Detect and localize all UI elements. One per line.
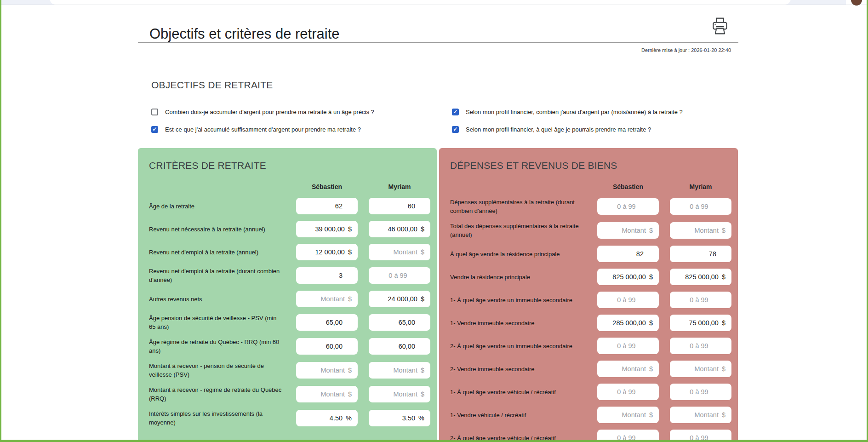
value-input[interactable]: 825 000,00$	[670, 269, 731, 285]
value-input[interactable]: Montant$	[296, 291, 358, 307]
table-row: 2- À quel âge vendre un immeuble seconda…	[450, 338, 731, 354]
table-row: À quel âge vendre la résidence principal…	[450, 246, 731, 262]
value-input[interactable]: Montant$	[670, 407, 731, 423]
row-label: 2- Vendre immeuble secondaire	[450, 365, 586, 373]
table-row: Âge de la retraite 62 60	[149, 198, 430, 214]
panel-depenses: DÉPENSES ET REVENUS DE BIENS Sébastien M…	[439, 148, 738, 442]
column-header: Sébastien	[597, 183, 659, 190]
table-row: 1- Vendre véhicule / récréatif Montant$ …	[450, 407, 731, 423]
value-input[interactable]: Montant$	[369, 244, 430, 260]
value-input[interactable]: 24 000,00$	[369, 291, 430, 307]
row-label: Revenu net d'emploi à la retraite (duran…	[149, 267, 285, 284]
objectives-heading: OBJECTIFS DE RETRAITE	[151, 79, 437, 91]
page-border-left	[0, 0, 1, 442]
value-input[interactable]: 60,00	[369, 338, 430, 355]
objective-row: Combien dois-je accumuler d'argent pour …	[151, 107, 437, 117]
header-divider	[138, 42, 738, 43]
table-row: Revenu net d'emploi à la retraite (duran…	[149, 267, 430, 284]
value-input[interactable]: 0 à 99	[670, 338, 731, 354]
value-input[interactable]: 0 à 99	[369, 267, 430, 284]
column-header: Sébastien	[296, 183, 358, 190]
row-label: Vendre la résidence principale	[450, 273, 586, 281]
value-input[interactable]: 0 à 99	[597, 384, 659, 400]
row-label: Âge pension de sécurité de veillesse - P…	[149, 314, 285, 331]
print-button[interactable]	[711, 16, 729, 38]
objective-checkbox[interactable]	[151, 126, 158, 133]
objective-label: Selon mon profil financier, combien j'au…	[466, 109, 683, 115]
value-input[interactable]: Montant$	[597, 361, 659, 377]
column-header: Myriam	[670, 183, 731, 190]
browser-chrome-bar	[0, 0, 868, 5]
table-row: Intérêts simples sur les investissements…	[149, 409, 430, 427]
objective-label: Combien dois-je accumuler d'argent pour …	[165, 109, 374, 115]
table-row: Revenu net nécessaire à la retraite (ann…	[149, 221, 430, 237]
panels-section: CRITÈRES DE RETRAITE Sébastien Myriam Âg…	[138, 148, 738, 442]
value-input[interactable]: 825 000,00$	[597, 269, 659, 285]
row-label: 1- Vendre immeuble secondaire	[450, 319, 586, 327]
table-row: Âge régime de retraite du Québec - RRQ (…	[149, 338, 430, 355]
table-row: 1- Vendre immeuble secondaire 285 000,00…	[450, 315, 731, 331]
value-input[interactable]: 3	[296, 267, 358, 284]
objective-checkbox[interactable]	[151, 109, 158, 115]
objective-row: Selon mon profil financier, combien j'au…	[452, 107, 738, 117]
objectives-column-left: OBJECTIFS DE RETRAITE Combien dois-je ac…	[138, 79, 437, 150]
row-label: Revenu net nécessaire à la retraite (ann…	[149, 225, 285, 234]
value-input[interactable]: 0 à 99	[670, 384, 731, 400]
objective-label: Selon mon profil financier, à quel âge j…	[466, 126, 651, 133]
table-row: 1- À quel âge vendre un immeuble seconda…	[450, 292, 731, 308]
value-input[interactable]: 65,00	[369, 314, 430, 331]
row-label: Montant à recevoir - pension de sécurité…	[149, 362, 285, 379]
value-input[interactable]: 12 000,00$	[296, 244, 358, 260]
value-input[interactable]: Montant$	[597, 407, 659, 423]
objective-checkbox[interactable]	[452, 126, 459, 133]
value-input[interactable]: 4.50%	[296, 410, 358, 426]
objective-checkbox[interactable]	[452, 109, 459, 115]
value-input[interactable]: 0 à 99	[597, 338, 659, 354]
objectives-column-right: Selon mon profil financier, combien j'au…	[437, 79, 738, 150]
row-label: Montant à recevoir - régime de retraite …	[149, 385, 285, 403]
value-input[interactable]: 285 000,00$	[597, 315, 659, 331]
table-row: Total des dépenses supplémentaires à la …	[450, 222, 731, 239]
column-headers: Sébastien Myriam	[450, 183, 731, 190]
objectives-section: OBJECTIFS DE RETRAITE Combien dois-je ac…	[138, 79, 738, 150]
value-input[interactable]: 46 000,00$	[369, 221, 430, 237]
value-input[interactable]: Montant$	[296, 386, 358, 402]
value-input[interactable]: Montant$	[670, 222, 731, 239]
row-label: Intérêts simples sur les investissements…	[149, 409, 285, 427]
row-label: Revenu net d'emploi à la retraite (annue…	[149, 248, 285, 257]
value-input[interactable]: 0 à 99	[670, 198, 731, 215]
value-input[interactable]: 60	[369, 198, 430, 214]
table-row: Autres revenus nets Montant$ 24 000,00$	[149, 291, 430, 307]
row-label: Autres revenus nets	[149, 295, 285, 304]
value-input[interactable]: 60,00	[296, 338, 358, 355]
last-updated-text: Dernière mise à jour : 2026-01-20 22:40	[641, 47, 731, 53]
value-input[interactable]: Montant$	[369, 362, 430, 379]
value-input[interactable]: 3.50%	[369, 410, 430, 426]
value-input[interactable]: 65,00	[296, 314, 358, 331]
value-input[interactable]: Montant$	[296, 362, 358, 379]
row-label: 1- À quel âge vendre véhicule / récréati…	[450, 388, 586, 396]
table-row: Montant à recevoir - pension de sécurité…	[149, 362, 430, 379]
value-input[interactable]: 0 à 99	[597, 198, 659, 215]
value-input[interactable]: 82	[597, 246, 659, 262]
value-input[interactable]: 75 000,00$	[670, 315, 731, 331]
value-input[interactable]: 78	[670, 246, 731, 262]
value-input[interactable]: 0 à 99	[670, 292, 731, 308]
value-input[interactable]: Montant$	[369, 386, 430, 402]
value-input[interactable]: 39 000,00$	[296, 221, 358, 237]
row-label: Dépenses supplémentaires à la retraite (…	[450, 198, 586, 215]
value-input[interactable]: Montant$	[670, 361, 731, 377]
table-row: Vendre la résidence principale 825 000,0…	[450, 269, 731, 285]
row-label: 2- À quel âge vendre un immeuble seconda…	[450, 342, 586, 350]
column-header: Myriam	[369, 183, 430, 190]
value-input[interactable]: 0 à 99	[597, 292, 659, 308]
browser-omnibox[interactable]	[50, 0, 791, 5]
row-label: 1- À quel âge vendre un immeuble seconda…	[450, 296, 586, 304]
value-input[interactable]: 62	[296, 198, 358, 214]
table-row: 2- Vendre immeuble secondaire Montant$ M…	[450, 361, 731, 377]
page-title: Objectifs et critères de retraite	[149, 25, 340, 43]
user-avatar-icon[interactable]	[851, 0, 862, 6]
value-input[interactable]: Montant$	[597, 222, 659, 239]
objective-row: Est-ce que j'ai accumulé suffisamment d'…	[151, 124, 437, 134]
printer-icon	[711, 16, 729, 37]
